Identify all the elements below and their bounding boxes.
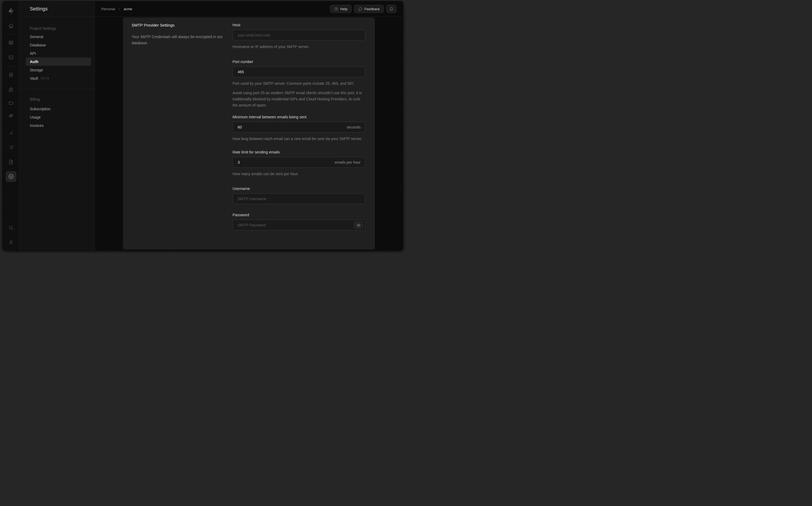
nav-item-vault[interactable]: Vault BETA [26, 74, 91, 82]
port-field-group: Port number Port used by your SMTP serve… [232, 60, 365, 108]
breadcrumb: Personal / acme [101, 7, 132, 11]
main-area: Personal / acme Help Feedback [95, 1, 403, 251]
reports-icon[interactable] [7, 129, 15, 137]
help-button[interactable]: Help [330, 5, 352, 13]
interval-field-group: Minimum interval between emails being se… [232, 115, 365, 142]
smtp-settings-card: SMTP Provider Settings Your SMTP Credent… [123, 17, 375, 250]
host-field-group: Host Hostname or IP address of your SMTP… [232, 23, 365, 50]
password-label: Password [232, 213, 365, 217]
feedback-button[interactable]: Feedback [354, 5, 384, 13]
interval-label: Minimum interval between emails being se… [232, 115, 365, 119]
smtp-form: Host Hostname or IP address of your SMTP… [232, 23, 365, 231]
profile-icon[interactable] [7, 238, 15, 247]
host-input[interactable] [232, 30, 365, 40]
search-icon[interactable] [7, 224, 15, 232]
table-editor-icon[interactable] [7, 38, 15, 47]
logs-icon[interactable] [7, 143, 15, 152]
rate-helper: How many emails can be sent per hour. [232, 171, 365, 177]
page-title: Settings [30, 6, 48, 12]
section-description: Your SMTP Credentials will always be enc… [132, 34, 234, 46]
host-helper: Hostname or IP address of your SMTP serv… [232, 44, 365, 50]
desktop-background: Settings Project Settings General Databa… [0, 0, 406, 253]
beta-badge: BETA [41, 77, 50, 80]
username-field-group: Username [232, 186, 365, 204]
feedback-icon [358, 7, 362, 11]
reveal-password-button[interactable] [354, 222, 363, 229]
nav-item-auth[interactable]: Auth [26, 58, 91, 66]
settings-sidenav: Settings Project Settings General Databa… [19, 1, 95, 251]
nav-item-invoices[interactable]: Invoices [26, 121, 91, 130]
sidenav-header: Settings [19, 1, 94, 17]
content-area: SMTP Provider Settings Your SMTP Credent… [95, 17, 403, 251]
username-label: Username [232, 186, 365, 191]
nav-item-subscription[interactable]: Subscription [26, 105, 91, 113]
nav-item-general[interactable]: General [26, 32, 91, 41]
api-docs-icon[interactable] [7, 158, 15, 166]
storage-icon[interactable] [7, 98, 15, 107]
database-icon[interactable] [7, 71, 15, 79]
port-label: Port number [232, 60, 365, 64]
rail-divider [7, 34, 15, 34]
rate-label: Rate limit for sending emails [232, 150, 365, 154]
section-intro: SMTP Provider Settings Your SMTP Credent… [132, 23, 232, 46]
nav-group-project-settings: Project Settings [30, 26, 56, 30]
interval-helper: How long between each email can a new em… [232, 136, 365, 142]
settings-icon[interactable] [6, 171, 16, 182]
eye-icon [357, 223, 361, 227]
breadcrumb-separator: / [119, 7, 120, 11]
edge-functions-icon[interactable] [7, 111, 15, 120]
password-input[interactable] [232, 220, 365, 231]
section-title: SMTP Provider Settings [132, 23, 232, 27]
notifications-button[interactable] [386, 5, 396, 13]
help-icon [334, 7, 338, 11]
port-note: Avoid using port 25 as modern SMTP email… [232, 90, 365, 108]
nav-group-billing: Billing [30, 97, 40, 101]
port-helper: Port used by your SMTP server. Common po… [232, 81, 365, 87]
icon-rail [3, 1, 19, 251]
supabase-logo-icon[interactable] [7, 7, 15, 15]
sql-editor-icon[interactable] [7, 53, 15, 62]
topbar: Personal / acme Help Feedback [95, 1, 403, 17]
interval-input[interactable] [232, 122, 365, 133]
username-input[interactable] [232, 193, 365, 204]
rail-divider [7, 66, 15, 67]
rate-input[interactable] [232, 157, 365, 168]
nav-item-api[interactable]: API [26, 49, 91, 58]
port-input[interactable] [232, 67, 365, 77]
nav-item-usage[interactable]: Usage [26, 113, 91, 121]
nav-item-database[interactable]: Database [26, 41, 91, 49]
rate-field-group: Rate limit for sending emails emails per… [232, 150, 365, 177]
app-window: Settings Project Settings General Databa… [3, 1, 403, 251]
topbar-actions: Help Feedback [330, 5, 396, 13]
breadcrumb-org[interactable]: Personal [101, 7, 115, 11]
home-icon[interactable] [7, 21, 15, 30]
nav-item-storage[interactable]: Storage [26, 66, 91, 74]
breadcrumb-project[interactable]: acme [124, 7, 132, 11]
host-label: Host [232, 23, 365, 27]
password-field-group: Password [232, 213, 365, 231]
bell-icon [389, 7, 393, 11]
auth-icon[interactable] [7, 85, 15, 94]
